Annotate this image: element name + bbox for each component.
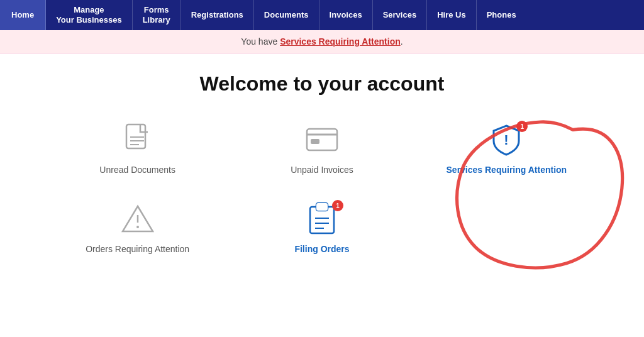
alert-banner: You have Services Requiring Attention.	[0, 30, 644, 53]
card-orders-attention[interactable]: Orders Requiring Attention	[52, 200, 223, 254]
nav-forms-library[interactable]: Forms Library	[133, 0, 181, 30]
document-icon	[123, 123, 153, 156]
card-unpaid-invoices[interactable]: Unpaid Invoices	[236, 121, 408, 175]
alert-prefix: You have	[241, 36, 280, 47]
nav-registrations[interactable]: Registrations	[181, 0, 254, 30]
nav-manage-businesses[interactable]: Manage Your Businesses	[46, 0, 133, 30]
card-label-services-attention: Services Requiring Attention	[447, 165, 567, 175]
svg-point-10	[136, 226, 139, 228]
credit-card-icon	[306, 128, 338, 152]
card-icon-wrap-orders	[119, 200, 157, 238]
card-label-filing-orders: Filing Orders	[294, 244, 349, 254]
card-icon-wrap-unread	[119, 121, 157, 158]
card-unread-documents[interactable]: Unread Documents	[52, 121, 223, 175]
svg-text:!: !	[504, 132, 509, 148]
nav-phones[interactable]: Phones	[477, 0, 526, 30]
card-filing-orders[interactable]: 1 Filing Orders	[236, 200, 408, 254]
nav-services[interactable]: Services	[373, 0, 428, 30]
svg-rect-6	[311, 139, 319, 144]
services-attention-badge: 1	[516, 121, 528, 132]
card-services-attention[interactable]: ! 1 Services Requiring Attention	[421, 121, 592, 175]
filing-orders-badge: 1	[332, 200, 343, 211]
warning-icon	[121, 204, 154, 234]
nav-invoices[interactable]: Invoices	[319, 0, 373, 30]
card-icon-wrap-services: ! 1	[487, 121, 525, 158]
card-label-orders-attention: Orders Requiring Attention	[86, 244, 189, 254]
nav-documents[interactable]: Documents	[254, 0, 319, 30]
welcome-title: Welcome to your account	[25, 72, 619, 96]
card-label-unread-documents: Unread Documents	[99, 165, 175, 175]
nav-home[interactable]: Home	[0, 0, 46, 30]
alert-link[interactable]: Services Requiring Attention	[280, 36, 401, 47]
alert-suffix: .	[401, 36, 403, 47]
card-icon-wrap-filing: 1	[303, 200, 341, 238]
card-icon-wrap-invoices	[303, 121, 341, 158]
cards-grid: Unread Documents Unpaid Invoices !	[52, 121, 592, 254]
main-nav: Home Manage Your Businesses Forms Librar…	[0, 0, 644, 30]
nav-hire-us[interactable]: Hire Us	[427, 0, 477, 30]
card-label-unpaid-invoices: Unpaid Invoices	[291, 165, 353, 175]
svg-rect-13	[316, 203, 328, 211]
main-content: Welcome to your account Unread Documents	[0, 53, 644, 273]
